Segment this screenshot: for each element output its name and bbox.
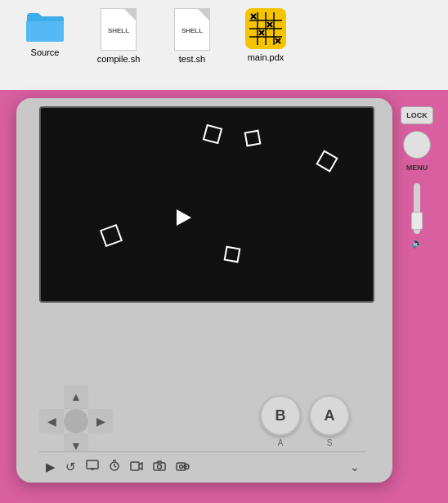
source-folder-label: Source [31, 47, 60, 57]
menu-button[interactable] [403, 131, 431, 159]
svg-point-23 [158, 465, 162, 469]
test-sh-label: test.sh [179, 54, 205, 64]
a-button-sublabel: S [327, 438, 333, 447]
main-pdx-icon[interactable]: main.pdx [237, 8, 294, 62]
asteroid-5 [224, 246, 241, 263]
svg-rect-21 [131, 462, 139, 470]
dpad-left-button[interactable]: ◀ [39, 409, 64, 433]
player-ship [177, 209, 191, 226]
source-folder-icon[interactable]: Source [16, 8, 74, 57]
toolbar-icons: ▶ ↺ [46, 460, 190, 474]
test-sh-icon[interactable]: SHELL test.sh [164, 8, 221, 64]
asteroid-3 [316, 150, 338, 172]
simulator-wrapper: LOCK MENU 🔈 ▲ ▼ ◀ ▶ B [16, 98, 429, 491]
dpad-up-button[interactable]: ▲ [64, 384, 88, 409]
compile-sh-label: compile.sh [97, 54, 141, 64]
lock-button[interactable]: LOCK [401, 106, 433, 124]
volume-track [414, 183, 420, 234]
video-button[interactable] [130, 460, 143, 474]
dpad-right-button[interactable]: ▶ [88, 409, 113, 433]
volume-icon: 🔈 [411, 237, 423, 249]
simulator-body: LOCK MENU 🔈 ▲ ▼ ◀ ▶ B [16, 98, 392, 483]
record-button[interactable] [176, 460, 190, 474]
svg-point-25 [180, 465, 183, 469]
action-buttons: B A A S [260, 395, 350, 447]
expand-button[interactable]: ⌄ [350, 460, 360, 474]
reload-button[interactable]: ↺ [65, 460, 76, 474]
bottom-toolbar: ▶ ↺ [39, 451, 366, 481]
main-pdx-label: main.pdx [248, 52, 284, 62]
svg-rect-14 [87, 460, 98, 469]
asteroid-4 [100, 224, 123, 247]
svg-line-19 [114, 466, 116, 467]
play-button[interactable]: ▶ [46, 460, 56, 474]
asteroid-2 [244, 130, 262, 147]
side-controls: LOCK MENU 🔈 [401, 106, 433, 249]
screen-button[interactable] [86, 460, 99, 474]
volume-thumb [411, 212, 423, 230]
test-sh-type-label: SHELL [181, 27, 203, 34]
volume-slider[interactable]: 🔈 [411, 183, 423, 249]
dpad: ▲ ▼ ◀ ▶ [39, 384, 113, 458]
compile-sh-type-label: SHELL [108, 27, 129, 34]
desktop-icons-area: Source SHELL compile.sh SHELL test.sh [0, 0, 311, 72]
b-button-sublabel: A [278, 438, 284, 447]
asteroid-1 [203, 124, 222, 144]
controls-area: ▲ ▼ ◀ ▶ B A A S [39, 384, 366, 458]
svg-marker-27 [186, 466, 189, 468]
b-button[interactable]: B [260, 395, 301, 436]
timer-button[interactable] [109, 460, 120, 474]
a-button-wrapper: A S [309, 395, 350, 447]
a-button[interactable]: A [309, 395, 350, 436]
compile-sh-icon[interactable]: SHELL compile.sh [90, 8, 147, 64]
menu-label: MENU [406, 164, 428, 172]
camera-button[interactable] [153, 460, 166, 474]
game-screen[interactable] [39, 106, 374, 303]
dpad-center [64, 409, 88, 433]
b-button-wrapper: B A [260, 395, 301, 447]
